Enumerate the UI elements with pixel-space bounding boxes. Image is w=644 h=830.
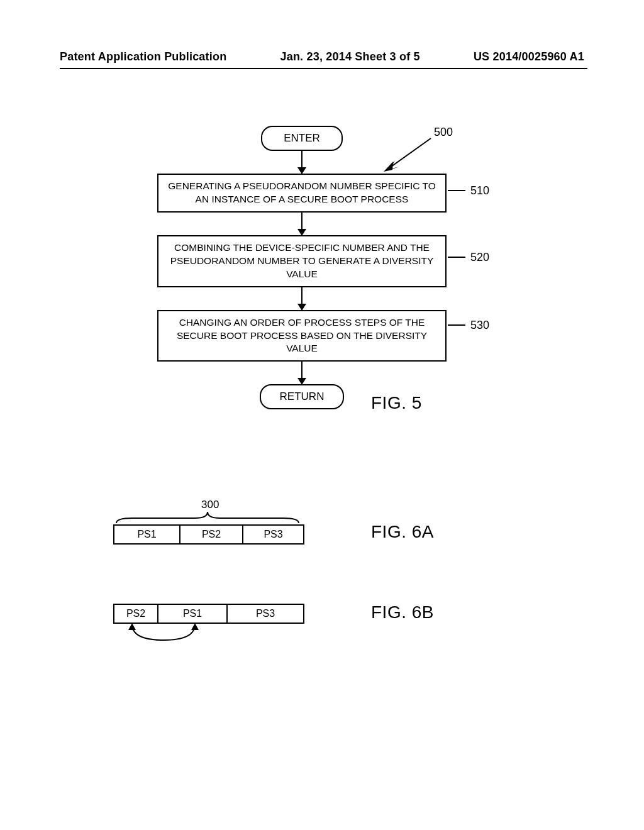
fig6b-cell-2: PS3 (228, 605, 303, 622)
terminal-enter-label: ENTER (284, 132, 320, 145)
fig5-label: FIG. 5 (371, 393, 422, 413)
fig6b-swap-arrow (113, 621, 239, 646)
svg-marker-4 (191, 623, 199, 630)
svg-marker-3 (128, 623, 136, 630)
terminal-return-label: RETURN (280, 390, 325, 403)
process-520-text: COMBINING THE DEVICE-SPECIFIC NUMBER AND… (170, 242, 434, 279)
terminal-return: RETURN (260, 384, 344, 409)
fig6a-cell-2: PS3 (243, 526, 303, 543)
brace-300 (113, 511, 302, 524)
header-right: US 2014/0025960 A1 (474, 50, 584, 64)
ref-530: 530 (470, 319, 489, 332)
header-center: Jan. 23, 2014 Sheet 3 of 5 (280, 50, 419, 64)
header-divider (60, 68, 587, 69)
ref-300: 300 (201, 499, 219, 511)
fig6a-cell-0: PS1 (114, 526, 180, 543)
ref-510: 510 (470, 184, 489, 197)
fig6b-cell-0: PS2 (114, 605, 158, 622)
arrow-510-520 (301, 213, 303, 235)
arrow-520-530 (301, 287, 303, 310)
ref-510-leader (448, 190, 465, 191)
fig6b-label: FIG. 6B (371, 602, 434, 622)
process-510: GENERATING A PSEUDORANDOM NUMBER SPECIFI… (157, 174, 447, 213)
terminal-enter: ENTER (261, 126, 343, 151)
ref-520: 520 (470, 251, 489, 264)
fig6a-label: FIG. 6A (371, 522, 434, 542)
ref-520-leader (448, 257, 465, 258)
arrow-530-return (301, 362, 303, 384)
process-530: CHANGING AN ORDER OF PROCESS STEPS OF TH… (157, 310, 447, 362)
ref-530-leader (448, 324, 465, 326)
fig6b-cell-1: PS1 (158, 605, 228, 622)
fig6a-bar: PS1 PS2 PS3 (113, 524, 304, 545)
flowchart-fig5: ENTER GENERATING A PSEUDORANDOM NUMBER S… (126, 126, 478, 409)
fig6a-cell-1: PS2 (180, 526, 243, 543)
process-530-text: CHANGING AN ORDER OF PROCESS STEPS OF TH… (177, 317, 427, 354)
process-510-text: GENERATING A PSEUDORANDOM NUMBER SPECIFI… (168, 180, 435, 204)
arrow-enter-510 (301, 151, 303, 174)
header-left: Patent Application Publication (60, 50, 226, 64)
patent-page: Patent Application Publication Jan. 23, … (0, 0, 644, 830)
page-header: Patent Application Publication Jan. 23, … (0, 50, 644, 64)
process-520: COMBINING THE DEVICE-SPECIFIC NUMBER AND… (157, 235, 447, 287)
